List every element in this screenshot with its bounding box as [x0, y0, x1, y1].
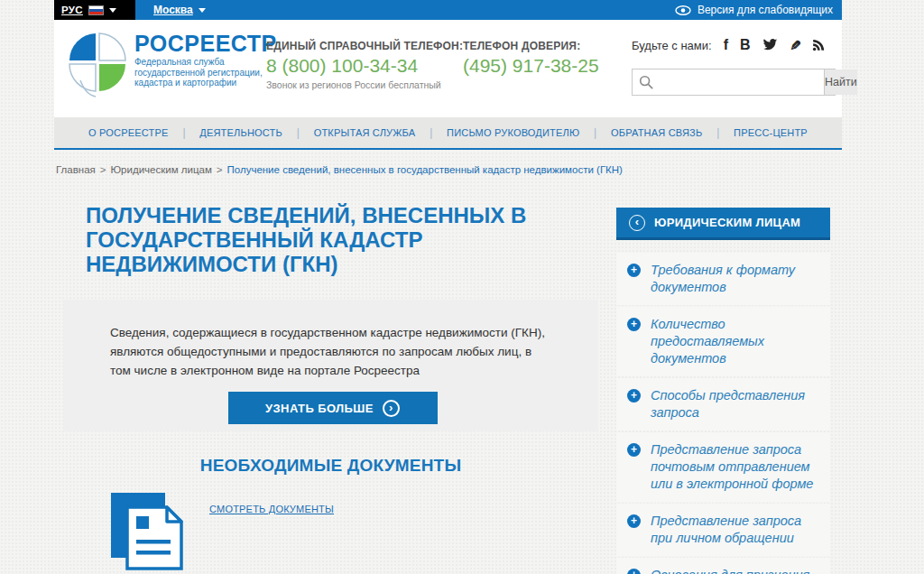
top-bar: РУС Москва Версия для слабовидящих [54, 0, 842, 20]
sidebar-item-label: Основания для признания запроса неполуче… [651, 568, 809, 574]
social-label: Будьте с нами: [632, 39, 712, 52]
accessibility-label: Версия для слабовидящих [698, 4, 833, 16]
nav-item-activity[interactable]: ДЕЯТЕЛЬНОСТЬ [199, 127, 282, 138]
sidebar-header-label: ЮРИДИЧЕСКИМ ЛИЦАМ [654, 216, 800, 229]
pencil-icon[interactable]: ✎ [788, 40, 802, 51]
nav-item-open-service[interactable]: ОТКРЫТАЯ СЛУЖБА [314, 127, 416, 138]
eye-icon [675, 5, 691, 15]
search-input[interactable] [633, 69, 824, 95]
plus-icon: + [627, 389, 641, 403]
trust-phone-block: ТЕЛЕФОН ДОВЕРИЯ: (495) 917-38-25 [463, 40, 599, 77]
rss-icon[interactable] [812, 39, 825, 51]
sidebar-item-label: Способы представления запроса [651, 388, 805, 420]
plus-icon: + [627, 264, 641, 277]
sidebar-header-legal-entities[interactable]: ‹ ЮРИДИЧЕСКИМ ЛИЦАМ [616, 208, 830, 240]
sidebar-item-request-not-received[interactable]: + Основания для признания запроса неполу… [616, 558, 830, 574]
city-selector[interactable]: Москва [153, 0, 206, 20]
rosreestr-logo[interactable]: РОСРЕЕСТР Федеральная служба государстве… [68, 32, 277, 98]
sidebar-list: + Требования к формату документов + Коли… [616, 253, 830, 574]
sidebar-item-request-by-mail[interactable]: + Представление запроса почтовым отправл… [616, 432, 830, 502]
search-icon [639, 75, 654, 90]
sidebar-item-label: Требования к формату документов [651, 263, 795, 294]
sidebar-item-request-methods[interactable]: + Способы представления запроса [616, 378, 830, 430]
arrow-right-icon: › [383, 400, 400, 417]
plus-icon: + [627, 443, 641, 457]
view-documents-link[interactable]: СМОТРЕТЬ ДОКУМЕНТЫ [209, 504, 334, 514]
page-container: РУС Москва Версия для слабовидящих [54, 0, 842, 574]
brand-subtitle-line2: государственной регистрации, [134, 68, 277, 79]
facebook-icon[interactable]: f [724, 38, 728, 52]
search-bar: Найти [632, 69, 836, 96]
chevron-left-icon: ‹ [629, 215, 645, 231]
documents-heading: НЕОБХОДИМЫЕ ДОКУМЕНТЫ [63, 456, 598, 476]
main-navigation: О РОСРЕЕСТРЕ | ДЕЯТЕЛЬНОСТЬ | ОТКРЫТАЯ С… [54, 117, 842, 150]
trust-phone-number: (495) 917-38-25 [463, 55, 599, 77]
nav-item-press[interactable]: ПРЕСС-ЦЕНТР [734, 127, 808, 138]
search-button[interactable]: Найти [824, 69, 857, 95]
city-label[interactable]: Москва [153, 4, 193, 16]
intro-text: Сведения, содержащиеся в государственном… [110, 323, 555, 380]
vk-icon[interactable]: B [740, 38, 751, 52]
social-links: Будьте с нами: f B ✎ [632, 38, 825, 52]
main-phone-block: ЕДИНЫЙ СПРАВОЧНЫЙ ТЕЛЕФОН: 8 (800) 100-3… [266, 40, 463, 90]
nav-item-letter[interactable]: ПИСЬМО РУКОВОДИТЕЛЮ [447, 127, 579, 138]
brand-subtitle-line1: Федеральная служба [134, 57, 277, 68]
caret-down-icon [109, 8, 116, 13]
breadcrumb-home[interactable]: Главная [56, 164, 96, 175]
caret-down-icon [199, 8, 206, 13]
language-selector[interactable]: РУС [54, 0, 135, 20]
nav-separator: | [594, 126, 596, 139]
nav-item-feedback[interactable]: ОБРАТНАЯ СВЯЗЬ [611, 127, 702, 138]
nav-separator: | [430, 126, 432, 139]
accessibility-version-link[interactable]: Версия для слабовидящих [675, 0, 833, 20]
nav-separator: | [182, 126, 185, 139]
sidebar-item-documents-count[interactable]: + Количество предоставляемых документов [616, 307, 830, 376]
main-phone-number: 8 (800) 100-34-34 [266, 55, 463, 77]
page-title: ПОЛУЧЕНИЕ СВЕДЕНИЙ, ВНЕСЕННЫХ В ГОСУДАРС… [86, 203, 614, 276]
breadcrumb-separator: > [100, 164, 106, 175]
intro-box: Сведения, содержащиеся в государственном… [63, 300, 598, 431]
sidebar-item-format-requirements[interactable]: + Требования к формату документов [616, 253, 830, 305]
sidebar-item-request-in-person[interactable]: + Представление запроса при личном обращ… [616, 504, 830, 556]
sidebar-item-label: Представление запроса при личном обращен… [651, 514, 801, 545]
breadcrumb: Главная>Юридическим лицам>Получение свед… [56, 164, 623, 175]
sidebar: ‹ ЮРИДИЧЕСКИМ ЛИЦАМ + Требования к форма… [616, 208, 830, 574]
nav-item-about[interactable]: О РОСРЕЕСТРЕ [88, 127, 169, 138]
plus-icon: + [627, 318, 641, 331]
brand-subtitle: Федеральная служба государственной регис… [134, 57, 277, 88]
learn-more-label: УЗНАТЬ БОЛЬШЕ [265, 402, 374, 415]
brand-subtitle-line3: кадастра и картографии [134, 78, 277, 88]
plus-icon: + [627, 569, 641, 574]
language-label[interactable]: РУС [61, 5, 83, 15]
rosreestr-logo-icon [68, 32, 127, 98]
learn-more-button[interactable]: УЗНАТЬ БОЛЬШЕ › [228, 392, 438, 424]
document-icon [104, 489, 190, 572]
breadcrumb-separator: > [217, 164, 223, 175]
main-phone-label: ЕДИНЫЙ СПРАВОЧНЫЙ ТЕЛЕФОН: [266, 40, 463, 52]
trust-phone-label: ТЕЛЕФОН ДОВЕРИЯ: [463, 40, 599, 52]
russia-flag-icon [88, 5, 104, 15]
main-phone-note: Звонок из регионов России бесплатный [266, 79, 463, 90]
nav-separator: | [297, 126, 300, 139]
brand-name: РОСРЕЕСТР [134, 32, 277, 55]
sidebar-item-label: Представление запроса почтовым отправлен… [651, 442, 813, 491]
site-header: РОСРЕЕСТР Федеральная служба государстве… [54, 20, 842, 117]
nav-separator: | [716, 126, 719, 139]
breadcrumb-section[interactable]: Юридическим лицам [111, 164, 212, 175]
plus-icon: + [627, 514, 641, 528]
documents-icon [104, 489, 190, 574]
breadcrumb-current: Получение сведений, внесенных в государс… [227, 164, 623, 175]
logo-text: РОСРЕЕСТР Федеральная служба государстве… [134, 32, 277, 98]
sidebar-item-label: Количество предоставляемых документов [651, 317, 764, 366]
twitter-icon[interactable] [762, 39, 778, 51]
